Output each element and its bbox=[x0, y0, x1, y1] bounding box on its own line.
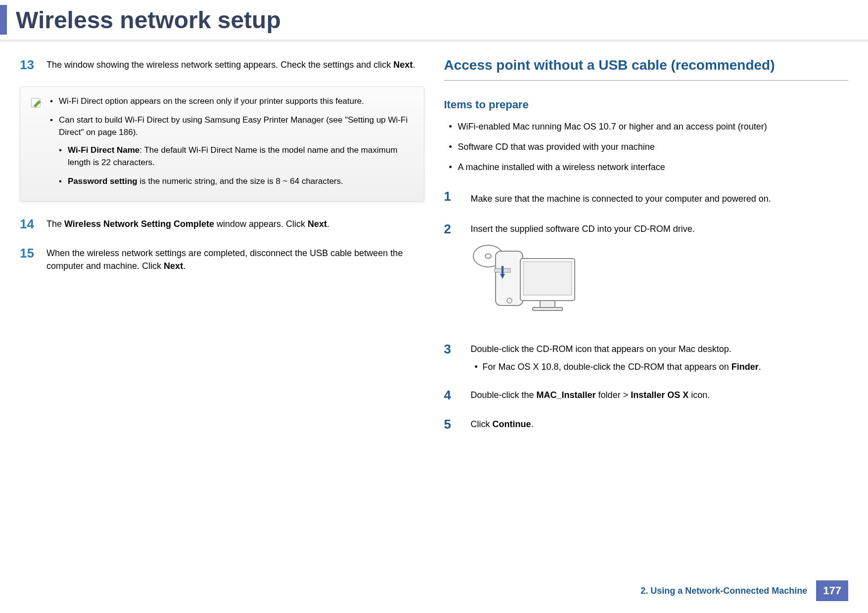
list-item: WiFi-enabled Mac running Mac OS 10.7 or … bbox=[444, 120, 849, 133]
svg-point-2 bbox=[485, 254, 491, 259]
header-shadow bbox=[0, 40, 868, 43]
bold: Continue bbox=[493, 419, 531, 429]
step-body: Click Continue. bbox=[471, 417, 849, 431]
note-item: Wi-Fi Direct option appears on the scree… bbox=[50, 95, 414, 108]
text: A machine installed with a wireless netw… bbox=[458, 162, 665, 172]
step-15: 15 When the wireless network settings ar… bbox=[20, 246, 424, 272]
text: . bbox=[412, 60, 415, 70]
bold: Finder bbox=[731, 362, 759, 372]
step-body: Insert the supplied software CD into you… bbox=[471, 221, 849, 328]
text: icon. bbox=[688, 390, 710, 400]
list-item: Software CD that was provided with your … bbox=[444, 140, 849, 154]
cd-computer-illustration bbox=[471, 241, 849, 319]
step-4: 4 Double-click the MAC_Installer folder … bbox=[444, 388, 849, 403]
step-2: 2 Insert the supplied software CD into y… bbox=[444, 221, 849, 328]
step-body: When the wireless network settings are c… bbox=[46, 246, 424, 272]
text: is the numeric string, and the size is 8… bbox=[137, 176, 343, 186]
step-number: 13 bbox=[20, 57, 38, 73]
text: WiFi-enabled Mac running Mac OS 10.7 or … bbox=[458, 122, 767, 131]
step-5: 5 Click Continue. bbox=[444, 417, 849, 432]
bold: Next bbox=[308, 219, 327, 229]
step-number: 14 bbox=[20, 217, 38, 232]
right-column: Access point without a USB cable (recomm… bbox=[444, 57, 849, 446]
note-list: Wi-Fi Direct option appears on the scree… bbox=[50, 95, 414, 193]
text: Click bbox=[471, 419, 493, 429]
text: Insert the supplied software CD into you… bbox=[471, 224, 695, 234]
bold: Wireless Network Setting Complete bbox=[64, 219, 214, 229]
text: . bbox=[759, 362, 761, 372]
text: Can start to build Wi-Fi Direct by using… bbox=[59, 115, 408, 137]
note-box: Wi-Fi Direct option appears on the scree… bbox=[20, 87, 424, 202]
page-header: Wireless network setup bbox=[0, 0, 868, 40]
step-body: The window showing the wireless network … bbox=[46, 57, 424, 71]
sub-bullet-list: For Mac OS X 10.8, double-click the CD-R… bbox=[471, 360, 849, 374]
svg-rect-8 bbox=[523, 262, 572, 295]
text: For Mac OS X 10.8, double-click the CD-R… bbox=[483, 362, 731, 372]
text: window appears. Click bbox=[214, 219, 308, 229]
text: . bbox=[327, 219, 329, 229]
svg-rect-9 bbox=[540, 301, 555, 307]
bold: Next bbox=[393, 60, 412, 70]
bold: MAC_Installer bbox=[537, 390, 596, 400]
page-footer: 2. Using a Network-Connected Machine 177 bbox=[640, 580, 848, 601]
header-accent-bar bbox=[0, 5, 7, 35]
svg-rect-10 bbox=[533, 307, 562, 310]
step-body: The Wireless Network Setting Complete wi… bbox=[46, 217, 424, 230]
text: Software CD that was provided with your … bbox=[458, 142, 655, 152]
section-heading: Access point without a USB cable (recomm… bbox=[444, 57, 849, 81]
step-3: 3 Double-click the CD-ROM icon that appe… bbox=[444, 342, 849, 374]
items-to-prepare-list: WiFi-enabled Mac running Mac OS 10.7 or … bbox=[444, 120, 849, 174]
content-columns: 13 The window showing the wireless netwo… bbox=[0, 57, 868, 446]
list-item: For Mac OS X 10.8, double-click the CD-R… bbox=[471, 360, 849, 374]
note-item: Can start to build Wi-Fi Direct by using… bbox=[50, 114, 414, 188]
text: Wi-Fi Direct option appears on the scree… bbox=[59, 96, 364, 106]
text: When the wireless network settings are c… bbox=[46, 248, 403, 271]
bold: Installer OS X bbox=[631, 390, 688, 400]
step-number: 5 bbox=[444, 417, 462, 432]
bold: Wi-Fi Direct Name bbox=[68, 145, 139, 155]
step-1: 1 Make sure that the machine is connecte… bbox=[444, 189, 849, 208]
list-item: A machine installed with a wireless netw… bbox=[444, 161, 849, 174]
step-number: 1 bbox=[444, 189, 462, 204]
text: The bbox=[46, 219, 64, 229]
page-number: 177 bbox=[816, 580, 848, 601]
note-subitem: Wi-Fi Direct Name: The default Wi-Fi Dir… bbox=[59, 144, 414, 169]
sub-heading: Items to prepare bbox=[444, 98, 849, 111]
step-number: 2 bbox=[444, 221, 462, 237]
svg-rect-3 bbox=[496, 251, 523, 306]
text: The window showing the wireless network … bbox=[46, 60, 393, 70]
step-body: Make sure that the machine is connected … bbox=[471, 189, 849, 208]
step-body: Double-click the MAC_Installer folder > … bbox=[471, 388, 849, 401]
text: Make sure that the machine is connected … bbox=[471, 194, 771, 204]
step-number: 15 bbox=[20, 246, 38, 261]
note-pencil-icon bbox=[30, 96, 43, 109]
text: . bbox=[183, 261, 185, 271]
step-number: 3 bbox=[444, 342, 462, 357]
step-14: 14 The Wireless Network Setting Complete… bbox=[20, 217, 424, 232]
text: Double-click the CD-ROM icon that appear… bbox=[471, 344, 731, 354]
step-body: Double-click the CD-ROM icon that appear… bbox=[471, 342, 849, 374]
step-13: 13 The window showing the wireless netwo… bbox=[20, 57, 424, 73]
bold: Next bbox=[164, 261, 183, 271]
left-column: 13 The window showing the wireless netwo… bbox=[20, 57, 424, 446]
text: folder > bbox=[596, 390, 631, 400]
page-title: Wireless network setup bbox=[16, 6, 281, 34]
text: Double-click the bbox=[471, 390, 537, 400]
text: . bbox=[531, 419, 534, 429]
note-subitem: Password setting is the numeric string, … bbox=[59, 175, 414, 188]
bold: Password setting bbox=[68, 176, 137, 186]
footer-chapter: 2. Using a Network-Connected Machine bbox=[640, 586, 807, 596]
note-sublist: Wi-Fi Direct Name: The default Wi-Fi Dir… bbox=[59, 144, 414, 188]
step-number: 4 bbox=[444, 388, 462, 403]
